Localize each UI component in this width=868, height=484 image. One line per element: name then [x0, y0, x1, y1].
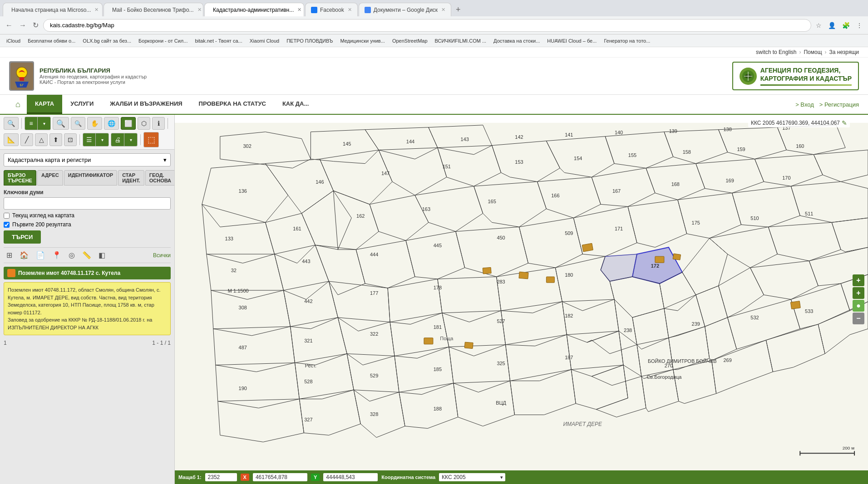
layer-dropdown[interactable]: Кадастрална карта и регистри ▾ [4, 153, 171, 166]
zoom-in-map-btn[interactable]: + [853, 274, 864, 286]
print-btn[interactable]: 🖨 [111, 133, 124, 146]
nav-home-button[interactable]: ⌂ [9, 95, 27, 114]
draw-poly-btn[interactable]: △ [35, 133, 48, 146]
zoom-in2-map-btn[interactable]: + [853, 287, 864, 299]
bookmark-button[interactable]: ☆ [814, 20, 824, 31]
search-button[interactable]: ТЪРСИ [4, 230, 41, 244]
bookmark-huawei[interactable]: HUAWEI Cloud – бе... [544, 37, 599, 44]
reload-button[interactable]: ↻ [31, 19, 40, 31]
tab-4-close[interactable]: ✕ [348, 7, 352, 13]
layers-btn-group: ≡ ▾ [25, 117, 51, 130]
parcel-label-238: 238 [624, 328, 632, 333]
tab-2[interactable]: Mail - Бойко Веселинов Трифо... ✕ [104, 3, 203, 16]
nav-karta[interactable]: КАРТА [27, 95, 62, 114]
vhod-link[interactable]: Вход [795, 101, 814, 108]
klyuchovi-dumi-input[interactable] [4, 197, 171, 210]
layers-btn[interactable]: ≡ [25, 117, 38, 130]
kks-edit-icon[interactable]: ✎ [842, 119, 847, 127]
tab-1[interactable]: Начална страница на Microso... ✕ [3, 3, 103, 16]
tab-5[interactable]: Документи – Google Диск ✕ [359, 3, 451, 16]
bookmark-osm[interactable]: OpenStreetMap [390, 37, 430, 44]
nav-proverka[interactable]: ПРОВЕРКА НА СТАТУС [191, 95, 274, 114]
back-button[interactable]: ← [4, 20, 15, 31]
lasso-btn[interactable]: ⊡ [64, 133, 77, 146]
forward-button[interactable]: → [17, 20, 28, 31]
icon-bar-shape-btn[interactable]: ◎ [66, 249, 78, 261]
upload-btn[interactable]: ⬆ [49, 133, 62, 146]
layers2-btn[interactable]: ☰ [83, 133, 96, 146]
measure-btn[interactable]: 📐 [4, 133, 19, 146]
x-coord-input[interactable] [253, 473, 307, 481]
draw-line-btn[interactable]: ╱ [20, 133, 33, 146]
bookmark-borkroni[interactable]: Боркорони - от Сил... [136, 37, 190, 44]
coord-sys-input[interactable] [439, 473, 498, 481]
nav-uslugi[interactable]: УСЛУГИ [62, 95, 102, 114]
icon-bar-file-btn[interactable]: 📄 [33, 249, 48, 261]
bookmark-icloud[interactable]: iCloud [4, 37, 23, 44]
orange-action-btn[interactable]: ⬚ [143, 132, 159, 147]
y-label: Y [311, 474, 320, 481]
parcel-label-487: 487 [239, 345, 247, 350]
bookmark-generator[interactable]: Генератор на тото... [601, 37, 653, 44]
bookmark-bitak[interactable]: bitak.net - Твоят са... [192, 37, 245, 44]
tab-4[interactable]: Facebook ✕ [305, 3, 358, 16]
zoom-in-btn[interactable]: 🔍 [53, 117, 69, 130]
profile-button[interactable]: 👤 [826, 20, 838, 31]
nav-zhalbi[interactable]: ЖАЛБИ И ВЪЗРАЖЕНИЯ [102, 95, 190, 114]
pan-btn[interactable]: ✋ [87, 117, 102, 130]
help-link[interactable]: Помощ [804, 49, 822, 55]
registracia-link[interactable]: Регистрация [819, 101, 859, 108]
bookmark-meduniv[interactable]: Медицински унив... [337, 37, 388, 44]
icon-bar-all-link[interactable]: Всички [153, 252, 171, 259]
zoom-neutral-map-btn[interactable]: ● [853, 300, 864, 312]
menu-button[interactable]: ⋮ [854, 20, 864, 31]
bookmark-vsichki[interactable]: ВСИЧКИFILMI.COM ... [432, 37, 489, 44]
select-rect-btn[interactable]: ⬜ [121, 117, 136, 130]
tab-5-close[interactable]: ✕ [441, 7, 445, 13]
y-coord-input[interactable] [323, 473, 378, 481]
tab-star-ident[interactable]: СТАР ИДЕНТ. [118, 170, 144, 186]
icon-bar-pin-btn[interactable]: 📍 [49, 249, 64, 261]
tekusht-izgled-checkbox[interactable] [4, 213, 10, 219]
zoom-out-btn[interactable]: 🔍 [71, 117, 85, 130]
zoom-out-map-btn[interactable]: − [853, 313, 864, 324]
parcel-label-141: 141 [565, 132, 573, 137]
nav-kakda[interactable]: КАК ДА... [274, 95, 317, 114]
tab-3-close[interactable]: ✕ [297, 7, 301, 13]
switch-to-english-link[interactable]: switch to English [756, 49, 796, 55]
tab-1-close[interactable]: ✕ [94, 7, 99, 13]
layers-dropdown-btn[interactable]: ▾ [38, 117, 50, 130]
coord-sys-dropdown-btn[interactable]: ▾ [498, 474, 505, 481]
visually-impaired-link[interactable]: За незрящи [829, 49, 859, 55]
tab-geod-osnova[interactable]: ГЕОД. ОСНОВА [145, 170, 175, 186]
select-poly-btn[interactable]: ⬡ [138, 117, 150, 130]
bookmark-xiaomi[interactable]: Xiaomi Cloud [247, 37, 282, 44]
search-tool-btn[interactable]: 🔍 [4, 117, 19, 130]
address-input[interactable] [43, 19, 811, 32]
icon-bar-measure-btn[interactable]: 📏 [79, 249, 94, 261]
layers2-dropdown-btn[interactable]: ▾ [96, 133, 108, 146]
tab-identifikator[interactable]: ИДЕНТИФИКАТОР [64, 170, 117, 186]
svg-rect-12 [790, 301, 800, 309]
icon-bar-home-btn[interactable]: 🏠 [17, 249, 31, 261]
icon-bar-grid-btn[interactable]: ⊞ [4, 249, 15, 261]
new-tab-button[interactable]: + [452, 5, 464, 15]
bookmark-petro[interactable]: ПЕТРО ПЛОВДИВЪ [284, 37, 335, 44]
print-dropdown-btn[interactable]: ▾ [124, 133, 137, 146]
info-btn[interactable]: ℹ [152, 117, 165, 130]
map-container[interactable]: 302 145 144 143 142 141 140 139 138 137 … [175, 115, 868, 484]
bookmark-olx[interactable]: OLX.bg сайт за без... [80, 37, 134, 44]
globe-btn[interactable]: 🌐 [104, 117, 119, 130]
tab-3[interactable]: Кадастрално-административн... ✕ [204, 3, 304, 16]
extensions-button[interactable]: 🧩 [840, 20, 852, 31]
icon-bar-select-btn[interactable]: ◧ [96, 249, 108, 261]
agency-line2: КАИС - Портал за електронни услуги [39, 79, 147, 85]
scale-input[interactable] [205, 473, 237, 481]
purvi-200-checkbox[interactable] [4, 222, 10, 228]
tab-burzo-tarsene[interactable]: БЪРЗО ТЪРСЕНЕ [4, 170, 36, 186]
tab-adres[interactable]: АДРЕС [37, 170, 63, 186]
bookmark-bezplatni[interactable]: Безплатни обяви о... [25, 37, 78, 44]
bookmark-dostavka[interactable]: Доставка на стоки... [491, 37, 542, 44]
tab-2-close[interactable]: ✕ [197, 7, 202, 13]
tab-4-label: Facebook [320, 7, 344, 13]
